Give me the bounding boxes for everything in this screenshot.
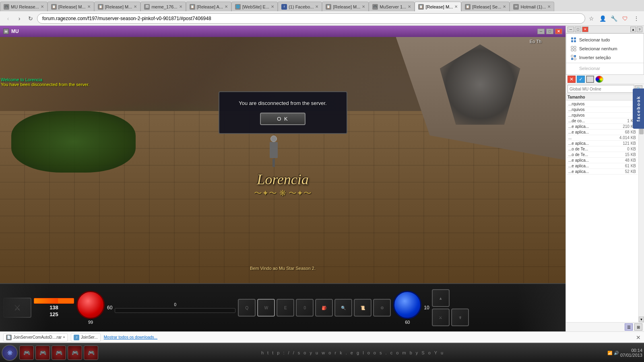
taskbar-icon-1[interactable]: 🎮 — [19, 346, 34, 360]
file-row-5[interactable]: ...e aplica... 210 KB — [567, 124, 638, 130]
bookmark-icon[interactable]: ☆ — [587, 14, 596, 23]
close-button[interactable]: ✕ — [555, 29, 562, 34]
facebook-button[interactable]: facebook — [633, 88, 644, 129]
downloads-close-btn[interactable]: ✕ — [636, 334, 641, 341]
tab-10-close[interactable]: ✕ — [454, 4, 458, 9]
tab-6-close[interactable]: ✕ — [271, 4, 274, 9]
tab-9-close[interactable]: ✕ — [408, 4, 411, 9]
hud-inv-1[interactable]: 🎒 — [315, 299, 333, 317]
tab-4[interactable]: 🖼 meme_176... ✕ — [140, 2, 186, 11]
taskbar-icon-3[interactable]: 🎮 — [52, 346, 66, 360]
file-row-8[interactable]: ...e aplica... 121 KB — [567, 141, 638, 146]
menu-select-none[interactable]: Selecionar nenhum — [566, 44, 644, 53]
hud-btn-row: ⚔ 🗡 — [432, 309, 469, 326]
tab-11[interactable]: 📋 [Release] Se... ✕ — [461, 2, 510, 11]
file-row-9[interactable]: ...o de Te... 0 KB — [567, 146, 638, 152]
antivirus-icon[interactable]: 🛡 — [621, 14, 630, 23]
menu-select-all[interactable]: Selecionar tudo — [566, 35, 644, 44]
tab-10[interactable]: 📋 [Release] M... ✕ — [415, 2, 461, 11]
file-row-13[interactable]: ...e aplica... 52 KB — [567, 169, 638, 175]
file-row-6[interactable]: ...e aplica... 68 KB — [567, 130, 638, 135]
hud-btn-up[interactable]: ▲ — [432, 289, 450, 307]
ok-button[interactable]: O K — [260, 113, 305, 125]
taskbar-icon-5[interactable]: 🎮 — [84, 346, 98, 360]
panel-close[interactable]: ✕ — [582, 27, 588, 32]
tab-3[interactable]: 📋 [Release] M... ✕ — [94, 2, 141, 11]
file-row-11[interactable]: ...e aplica... 48 KB — [567, 158, 638, 163]
hud-xp-num: 0 — [174, 302, 177, 307]
file-row-1[interactable]: ...rquivos — [567, 101, 638, 107]
file-row-4[interactable]: ...de co... 1 KB — [567, 118, 638, 124]
file-row-2[interactable]: ...rquivos — [567, 107, 638, 113]
back-button[interactable]: ‹ — [3, 14, 13, 23]
tab-2-close[interactable]: ✕ — [87, 4, 91, 9]
tab-1[interactable]: 🎮 MU Release... ✕ — [0, 2, 47, 11]
maximize-button[interactable]: □ — [546, 29, 553, 34]
panel-up-arrow[interactable]: ▲ — [630, 27, 636, 32]
forward-button[interactable]: › — [14, 14, 24, 23]
file-row-3[interactable]: ...rquivos — [567, 113, 638, 118]
tab-12-close[interactable]: ✕ — [547, 4, 551, 9]
hud-btn-2[interactable]: 🗡 — [451, 309, 469, 326]
taskbar-icon-2[interactable]: 🎮 — [35, 346, 50, 360]
file-row-10[interactable]: ...o de Te... 15 KB — [567, 152, 638, 158]
tab-6[interactable]: 🌐 [WebSite] E... ✕ — [231, 2, 278, 11]
tab-8-close[interactable]: ✕ — [362, 4, 365, 9]
hud-btn-1[interactable]: ⚔ — [432, 309, 450, 326]
toolbar-color-btn[interactable] — [595, 76, 603, 83]
tab-7[interactable]: f (1) Facebo... ✕ — [278, 2, 322, 11]
extensions-icon[interactable]: 🔧 — [609, 14, 618, 23]
address-bar[interactable] — [37, 13, 585, 24]
hud-inv-2[interactable]: 🔍 — [334, 299, 352, 317]
tab-3-close[interactable]: ✕ — [134, 4, 137, 9]
panel-maximize[interactable]: □ — [575, 27, 581, 32]
hud-xp-bar — [34, 298, 74, 304]
start-button[interactable]: ❋ — [2, 345, 18, 361]
tab-9[interactable]: 🎮 MuServer 1... ✕ — [369, 2, 415, 11]
sys-time-display: 00:14 — [620, 348, 642, 353]
download-item-2[interactable]: J JoinSer... — [71, 333, 101, 341]
tab-5[interactable]: 📋 [Release] A... ✕ — [186, 2, 231, 11]
hud-hp-max: 60 — [107, 305, 112, 311]
view-all-downloads[interactable]: Mostrar todos os downloads... — [104, 335, 157, 339]
menu-icon[interactable]: ⋮ — [632, 14, 641, 23]
tab-1-close[interactable]: ✕ — [41, 4, 44, 9]
svg-rect-2 — [571, 40, 573, 42]
scrollbar-down[interactable]: ▼ — [639, 317, 644, 322]
tab-4-close[interactable]: ✕ — [179, 4, 182, 9]
panel-help[interactable]: ? — [637, 27, 642, 32]
file-row-7[interactable]: ... 4.014 KB — [567, 135, 638, 141]
view-list-btn[interactable]: ☰ — [625, 323, 633, 331]
tab-7-close[interactable]: ✕ — [315, 4, 318, 9]
hud-inv-4[interactable]: ⚙ — [373, 299, 391, 317]
hud-skill-q[interactable]: Q — [238, 299, 256, 317]
tab-5-close[interactable]: ✕ — [225, 4, 228, 9]
scrollbar-track[interactable] — [639, 106, 644, 317]
panel-minimize[interactable]: ─ — [568, 27, 574, 32]
file-name-10: ...o de Te... — [568, 152, 612, 157]
reload-button[interactable]: ↻ — [26, 14, 35, 23]
taskbar-icon-4[interactable]: 🎮 — [68, 346, 82, 360]
tab-12[interactable]: ✉ Hotmail (1)... ✕ — [510, 2, 554, 11]
hud-skill-w[interactable]: W — [257, 299, 275, 317]
minimize-button[interactable]: ─ — [537, 29, 545, 34]
file-row-12[interactable]: ...e aplica... 61 KB — [567, 163, 638, 169]
toolbar-x-btn[interactable]: ✕ — [568, 76, 576, 83]
tab-11-close[interactable]: ✕ — [503, 4, 506, 9]
menu-invert[interactable]: Inverter seleção — [566, 53, 644, 62]
view-grid-btn[interactable]: ⊞ — [634, 323, 642, 331]
toolbar-square-btn[interactable] — [586, 76, 594, 83]
profile-icon[interactable]: 👤 — [598, 14, 607, 23]
tab-2[interactable]: 📋 [Release] M... ✕ — [47, 2, 94, 11]
tab-7-icon: f — [281, 4, 287, 10]
hud-skill-num[interactable]: 0 — [296, 299, 314, 317]
download-item-1[interactable]: 📄 JoinServerComAutoD....rar ▾ — [3, 333, 68, 341]
window-title: MU — [11, 29, 19, 34]
download-2-icon: J — [74, 335, 79, 340]
toolbar-check-btn[interactable]: ✓ — [577, 76, 585, 83]
tab-8[interactable]: 📋 [Release] M... ✕ — [322, 2, 369, 11]
hud-skill-e[interactable]: E — [277, 299, 294, 317]
window-controls: ─ □ ✕ — [537, 29, 562, 34]
panel-search-input[interactable] — [568, 85, 634, 93]
hud-inv-3[interactable]: 📜 — [354, 299, 372, 317]
